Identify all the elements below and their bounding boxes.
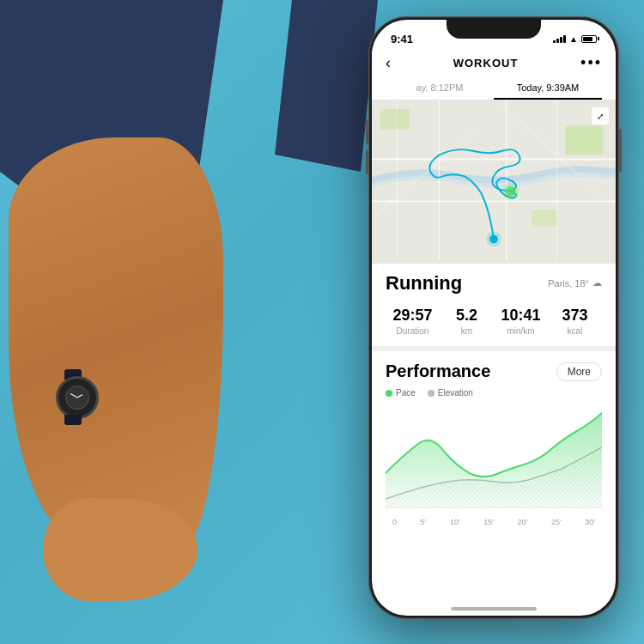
signal-bar-1 [553, 40, 556, 43]
stat-duration-label: Duration [386, 326, 440, 336]
svg-rect-9 [380, 109, 410, 130]
x-label-5: 5' [421, 518, 427, 526]
date-tabs: ay, 8:12PM Today, 9:39AM [372, 77, 616, 100]
status-icons: ▲ [553, 34, 597, 44]
expand-icon: ⤢ [597, 112, 604, 121]
more-button[interactable]: ••• [580, 54, 602, 72]
shirt-back [275, 0, 378, 172]
x-label-25: 25' [551, 518, 562, 526]
signal-bar-3 [560, 37, 562, 43]
chart-legend: Pace Elevation [386, 388, 602, 398]
background: 9:41 ▲ [0, 0, 644, 644]
watch-band-bottom [64, 415, 82, 425]
volume-down-button [366, 150, 369, 174]
stat-distance: 5.2 km [440, 307, 494, 336]
performance-section: Performance More Pace Elevation [372, 351, 616, 533]
date-tab-previous[interactable]: ay, 8:12PM [386, 77, 494, 100]
map-area[interactable]: ⤢ [372, 100, 616, 264]
legend-pace: Pace [386, 388, 416, 398]
volume-up-button [366, 120, 369, 144]
wifi-icon: ▲ [569, 34, 578, 44]
stat-pace: 10:41 min/km [494, 307, 548, 336]
stat-pace-value: 10:41 [494, 307, 548, 325]
more-button[interactable]: More [556, 362, 602, 381]
running-section: Running Paris, 18° ☁ [372, 264, 616, 300]
signal-bar-2 [556, 39, 559, 43]
stats-section: 29:57 Duration 5.2 km 10:41 min/km 373 k… [372, 300, 616, 346]
stat-duration-value: 29:57 [386, 307, 440, 325]
status-time: 9:41 [391, 33, 413, 46]
svg-rect-10 [565, 125, 603, 155]
weather-text: Paris, 18° [548, 278, 589, 289]
notch [447, 20, 541, 39]
hand [43, 498, 197, 601]
date-tab-current[interactable]: Today, 9:39AM [494, 77, 602, 100]
activity-type: Running [386, 272, 462, 295]
pace-legend-label: Pace [396, 388, 416, 398]
x-axis-labels: 0 5' 10' 15' 20' 25' 30' [386, 516, 602, 533]
map-expand-button[interactable]: ⤢ [592, 107, 609, 125]
performance-chart [386, 404, 602, 516]
stat-kcal-label: kcal [548, 326, 602, 336]
stat-distance-label: km [440, 326, 494, 336]
signal-icon [553, 34, 566, 43]
weather-icon: ☁ [592, 277, 602, 289]
x-label-10: 10' [450, 518, 460, 526]
arm-skin [9, 137, 223, 550]
home-indicator [451, 607, 537, 611]
legend-elevation: Elevation [428, 388, 473, 398]
elevation-legend-label: Elevation [438, 388, 473, 398]
stat-duration: 29:57 Duration [386, 307, 440, 336]
pace-legend-dot [386, 390, 392, 397]
x-label-0: 0 [392, 518, 397, 526]
chart-svg [386, 404, 602, 516]
battery-fill [583, 37, 592, 41]
svg-rect-11 [532, 210, 556, 227]
map-svg [372, 100, 616, 260]
stat-kcal-value: 373 [548, 307, 602, 325]
watch [52, 369, 103, 425]
stat-pace-label: min/km [494, 326, 548, 336]
stat-kcal: 373 kcal [548, 307, 602, 336]
x-label-30: 30' [585, 518, 595, 526]
elevation-legend-dot [428, 390, 434, 397]
phone-container: 9:41 ▲ [369, 17, 618, 618]
signal-bar-4 [563, 35, 566, 43]
svg-point-13 [502, 183, 519, 200]
performance-title: Performance [386, 361, 490, 381]
person-arm [0, 0, 318, 644]
performance-header: Performance More [386, 361, 602, 381]
phone-screen: 9:41 ▲ [372, 20, 616, 616]
watch-face [56, 376, 99, 419]
battery-icon [581, 35, 597, 43]
weather-info: Paris, 18° ☁ [548, 277, 602, 289]
power-button [618, 129, 622, 172]
phone-frame: 9:41 ▲ [369, 17, 618, 618]
svg-point-15 [486, 232, 501, 247]
nav-title: WORKOUT [453, 57, 519, 70]
back-button[interactable]: ‹ [386, 54, 391, 72]
x-label-20: 20' [518, 518, 528, 526]
x-label-15: 15' [483, 518, 494, 526]
nav-bar: ‹ WORKOUT ••• [372, 51, 616, 77]
stat-distance-value: 5.2 [440, 307, 494, 325]
